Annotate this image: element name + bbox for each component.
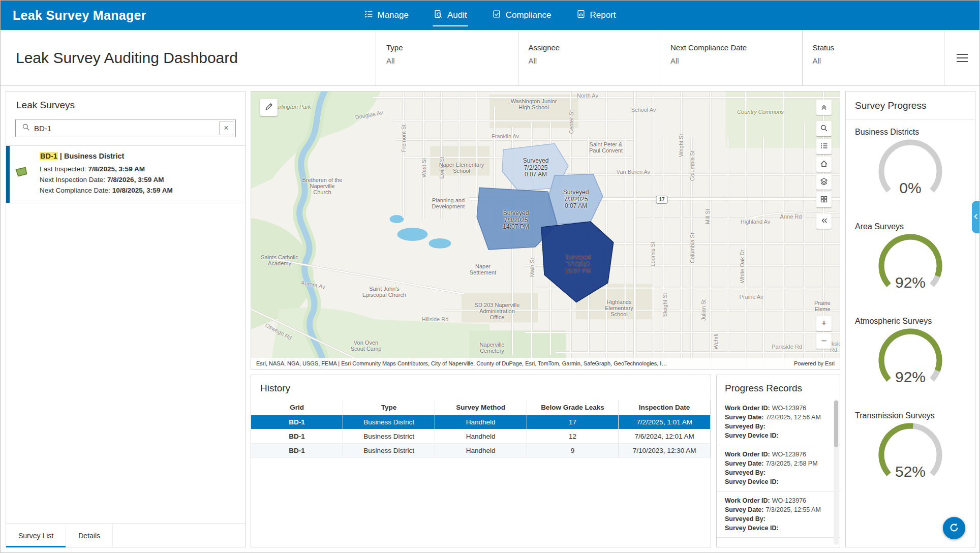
- filter-value: All: [813, 56, 944, 65]
- history-cell: BD-1: [251, 429, 343, 444]
- nav-tab-label: Compliance: [506, 10, 552, 20]
- map-attribution: Esri, NASA, NGA, USGS, FEMA | Esri Commu…: [251, 358, 840, 369]
- nav-tab-compliance[interactable]: Compliance: [492, 1, 553, 30]
- record-line: Survey Device ID:: [725, 477, 824, 486]
- hamburger-icon: [957, 51, 968, 65]
- filter-label: Type: [386, 43, 518, 52]
- history-cell: Handheld: [435, 415, 527, 429]
- survey-item-field: Next Compliance Date:10/8/2025, 3:59 AM: [40, 185, 238, 196]
- history-row[interactable]: BD-1 Business District Handheld 17 7/2/2…: [251, 415, 711, 429]
- map[interactable]: Burlington ParkWashington Junior High Sc…: [251, 91, 840, 370]
- filter-assignee[interactable]: Assignee All: [518, 30, 660, 85]
- filter-label: Assignee: [529, 43, 660, 52]
- history-cell: Business District: [343, 415, 435, 429]
- record-line: Surveyed By:: [725, 422, 824, 431]
- history-row[interactable]: BD-1 Business District Handheld 9 7/10/2…: [251, 444, 711, 458]
- gauge-percent: 92%: [895, 274, 926, 291]
- filter-type[interactable]: Type All: [376, 30, 518, 85]
- collapse-left-button[interactable]: [816, 213, 832, 229]
- record-line: Work Order ID:WO-123976: [725, 404, 824, 413]
- history-header-row: Grid Type Survey Method Below Grade Leak…: [251, 400, 711, 415]
- survey-item-title: BD-1 | Business District: [40, 152, 238, 160]
- history-col: Grid: [251, 400, 343, 415]
- survey-progress-title: Survey Progress: [846, 91, 975, 119]
- scrollbar[interactable]: [834, 400, 839, 545]
- history-col: Below Grade Leaks: [527, 400, 619, 415]
- nav-tab-report[interactable]: Report: [575, 1, 617, 30]
- legend-button[interactable]: [816, 139, 832, 154]
- nav-tab-audit[interactable]: Audit: [433, 1, 468, 30]
- attribution-text: Esri, NASA, NGA, USGS, FEMA | Esri Commu…: [256, 360, 667, 366]
- history-cell: 17: [527, 415, 619, 429]
- history-col: Inspection Date: [619, 400, 711, 415]
- edit-tool-button[interactable]: [260, 99, 278, 116]
- nav-tab-label: Audit: [447, 10, 467, 20]
- progress-record[interactable]: Work Order ID:WO-123976 Survey Date:7/3/…: [717, 445, 840, 491]
- gauge-card-atmospheric-surveys: Atmospheric Surveys 92%: [846, 309, 975, 403]
- gauge-label: Transmission Surveys: [846, 411, 975, 422]
- history-cell: Handheld: [435, 444, 527, 458]
- record-line: Survey Date:7/3/2025, 2:58 PM: [725, 459, 824, 468]
- home-icon: [820, 160, 828, 169]
- gauge-atmospheric-surveys: 92%: [862, 328, 959, 393]
- record-line: Survey Date:7/3/2025, 12:55 AM: [725, 505, 824, 514]
- history-cell: 12: [527, 429, 619, 444]
- nav-tab-manage[interactable]: Manage: [363, 1, 410, 30]
- history-title: History: [251, 375, 711, 400]
- survey-list-item[interactable]: BD-1 | Business District Last Inspected:…: [6, 145, 245, 203]
- home-button[interactable]: [816, 157, 832, 172]
- progress-record[interactable]: Work Order ID:WO-123976 Survey Date:7/2/…: [717, 399, 840, 445]
- chevrons-up-icon: [820, 103, 828, 112]
- history-cell: 9: [527, 444, 619, 458]
- top-bar: Leak Survey Manager Manage Audit Complia…: [1, 1, 979, 30]
- nav-tab-label: Manage: [378, 10, 409, 20]
- filter-status[interactable]: Status All: [802, 30, 944, 85]
- gauge-percent: 92%: [895, 368, 926, 385]
- record-line: Survey Device ID:: [725, 431, 824, 440]
- map-search-button[interactable]: [816, 121, 832, 136]
- collapse-up-button[interactable]: [816, 100, 832, 115]
- layers-icon: [820, 177, 828, 187]
- gauge-label: Business Districts: [846, 128, 975, 139]
- history-cell: 7/6/2024, 12:01 AM: [619, 429, 711, 444]
- zoom-in-button[interactable]: +: [816, 316, 832, 331]
- search-box: ×: [15, 119, 236, 137]
- tab-details[interactable]: Details: [66, 524, 113, 547]
- refresh-button[interactable]: [943, 517, 965, 539]
- history-cell: 7/2/2025, 1:01 AM: [619, 415, 711, 429]
- record-line: Surveyed By:: [725, 514, 824, 524]
- gauge-transmission-surveys: 52%: [862, 422, 959, 487]
- progress-records-panel: Progress Records Work Order ID:WO-123976…: [716, 375, 840, 547]
- gauge-percent: 0%: [899, 179, 921, 196]
- filter-next-compliance-date[interactable]: Next Compliance Date All: [660, 30, 802, 85]
- layers-button[interactable]: [816, 174, 832, 190]
- progress-record[interactable]: Work Order ID:WO-123976 Survey Date:7/3/…: [717, 491, 840, 538]
- history-row[interactable]: BD-1 Business District Handheld 12 7/6/2…: [251, 429, 711, 444]
- history-cell: BD-1: [251, 444, 343, 458]
- gauge-label: Atmospheric Surveys: [846, 317, 975, 328]
- filter-value: All: [529, 56, 660, 65]
- survey-item-field: Last Inspected:7/8/2025, 3:59 AM: [40, 164, 238, 174]
- history-cell: 7/10/2023, 12:30 AM: [619, 444, 711, 458]
- app-root: Leak Survey Manager Manage Audit Complia…: [0, 0, 980, 553]
- powered-by-esri-link[interactable]: Powered by Esri: [794, 360, 835, 366]
- record-line: Work Order ID:WO-123976: [725, 450, 824, 459]
- search-input[interactable]: [30, 124, 219, 133]
- top-nav: Manage Audit Compliance Report: [363, 1, 617, 30]
- survey-progress-panel: Survey Progress Business Districts 0% Ar…: [845, 91, 975, 547]
- history-cell: Handheld: [435, 429, 527, 444]
- refresh-icon: [948, 521, 960, 535]
- zoom-out-button[interactable]: −: [816, 333, 832, 349]
- search-icon: [22, 123, 30, 133]
- map-toolbar: [816, 100, 832, 229]
- tab-survey-list[interactable]: Survey List: [6, 524, 66, 547]
- menu-button[interactable]: [944, 30, 979, 85]
- pencil-icon: [264, 102, 273, 113]
- legend-icon: [820, 142, 828, 151]
- page-title: Leak Survey Auditing Dashboard: [16, 49, 238, 67]
- clear-search-button[interactable]: ×: [219, 121, 233, 135]
- chevron-left-icon: [973, 212, 978, 222]
- basemap-button[interactable]: [816, 192, 832, 207]
- panel-collapse-handle[interactable]: [972, 201, 979, 233]
- scrollbar-thumb[interactable]: [834, 401, 838, 447]
